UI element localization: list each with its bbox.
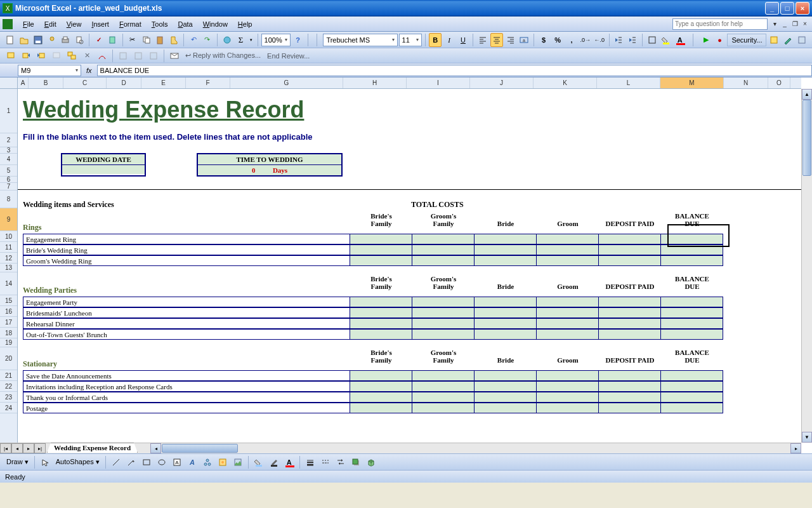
tab-last-button[interactable]: ▸| (34, 443, 46, 453)
item-cell[interactable]: Out-of-Town Guests' Brunch (23, 329, 350, 340)
borders-button[interactable] (646, 33, 658, 47)
percent-button[interactable]: % (551, 33, 564, 47)
show-all-comments-button[interactable] (65, 49, 79, 63)
value-cell[interactable] (412, 234, 475, 244)
value-cell[interactable] (350, 255, 412, 266)
tab-next-button[interactable]: ▸ (23, 443, 34, 453)
help-search-input[interactable] (672, 18, 768, 30)
value-cell[interactable] (661, 403, 723, 413)
value-cell[interactable] (599, 392, 661, 403)
table-row[interactable]: Save the Date Announcements (23, 370, 801, 381)
value-cell[interactable] (475, 234, 537, 244)
help-button[interactable]: ? (292, 33, 304, 47)
sheet-tab[interactable]: Wedding Expense Record (47, 443, 138, 453)
value-cell[interactable] (661, 329, 723, 340)
table-row[interactable]: Bridesmaids' Luncheon (23, 307, 801, 318)
record-macro-button[interactable]: ● (714, 33, 726, 47)
line-style-button[interactable] (303, 455, 317, 469)
value-cell[interactable] (475, 244, 537, 255)
wedding-date-value[interactable] (62, 165, 145, 174)
table-row[interactable]: Groom's Wedding Ring (23, 255, 801, 266)
value-cell[interactable] (661, 370, 723, 381)
show-ink-button[interactable] (95, 49, 109, 63)
save-button[interactable] (32, 33, 44, 47)
print-button[interactable] (60, 33, 72, 47)
item-cell[interactable]: Bridesmaids' Luncheon (23, 307, 350, 318)
item-cell[interactable]: Bride's Wedding Ring (23, 244, 350, 255)
redo-button[interactable]: ↷ (201, 33, 214, 47)
col-header-A[interactable]: A (18, 77, 29, 88)
value-cell[interactable] (412, 244, 475, 255)
bold-button[interactable]: B (429, 33, 442, 47)
diagram-button[interactable] (200, 455, 214, 469)
research-button[interactable] (107, 33, 119, 47)
3d-button[interactable] (364, 455, 378, 469)
row-header-2[interactable]: 2 (0, 133, 17, 147)
row-header-5[interactable]: 5 (0, 165, 17, 177)
col-header-B[interactable]: B (29, 77, 63, 88)
row-header-19[interactable]: 19 (0, 338, 17, 347)
new-comment-button[interactable] (4, 49, 18, 63)
decrease-decimal-button[interactable]: ←.0 (593, 33, 606, 47)
row-header-24[interactable]: 24 (0, 403, 17, 413)
doc-restore-button[interactable]: ❐ (790, 20, 799, 29)
oval-button[interactable] (155, 455, 169, 469)
copy-button[interactable] (140, 33, 153, 47)
arrow-button[interactable] (124, 455, 138, 469)
value-cell[interactable] (599, 318, 661, 329)
arrow-style-button[interactable] (334, 455, 348, 469)
value-cell[interactable] (537, 403, 599, 413)
col-header-I[interactable]: I (407, 77, 470, 88)
row-header-16[interactable]: 16 (0, 306, 17, 317)
col-header-E[interactable]: E (141, 77, 186, 88)
vertical-scroll-thumb[interactable] (802, 100, 811, 176)
line-color-button[interactable] (267, 455, 281, 469)
fill-color-button[interactable] (660, 33, 672, 47)
show-comment-button[interactable] (49, 49, 63, 63)
menu-tools[interactable]: Tools (147, 18, 173, 30)
value-cell[interactable] (475, 403, 537, 413)
value-cell[interactable] (599, 329, 661, 340)
close-button[interactable]: × (796, 2, 809, 15)
value-cell[interactable] (350, 392, 412, 403)
maximize-button[interactable]: □ (780, 2, 794, 15)
draw-menu[interactable]: Draw ▾ (4, 458, 31, 466)
value-cell[interactable] (350, 307, 412, 318)
item-cell[interactable]: Groom's Wedding Ring (23, 255, 350, 266)
menu-data[interactable]: Data (173, 18, 197, 30)
value-cell[interactable] (537, 307, 599, 318)
value-cell[interactable] (350, 403, 412, 413)
menu-edit[interactable]: Edit (39, 18, 62, 30)
merge-center-button[interactable]: a (518, 33, 530, 47)
fx-button[interactable]: fx (81, 67, 97, 74)
textbox-button[interactable]: A (170, 455, 184, 469)
value-cell[interactable] (412, 381, 475, 392)
clipart-button[interactable] (216, 455, 230, 469)
col-header-M[interactable]: M (660, 77, 724, 88)
value-cell[interactable] (350, 370, 412, 381)
horizontal-scroll-thumb[interactable] (162, 444, 238, 453)
row-header-15[interactable]: 15 (0, 295, 17, 306)
value-cell[interactable] (537, 318, 599, 329)
value-cell[interactable] (537, 329, 599, 340)
table-row[interactable]: Invitations including Reception and Resp… (23, 381, 801, 392)
value-cell[interactable] (412, 297, 475, 307)
col-header-J[interactable]: J (470, 77, 534, 88)
align-center-button[interactable] (490, 33, 503, 47)
value-cell[interactable] (661, 255, 723, 266)
value-cell[interactable] (661, 392, 723, 403)
col-header-N[interactable]: N (724, 77, 768, 88)
value-cell[interactable] (599, 244, 661, 255)
font-size-combo[interactable]: 11▾ (399, 34, 422, 46)
value-cell[interactable] (412, 255, 475, 266)
prev-comment-button[interactable] (19, 49, 33, 63)
doc-close-button[interactable]: × (801, 20, 809, 29)
select-objects-button[interactable] (38, 455, 52, 469)
item-cell[interactable]: Save the Date Announcements (23, 370, 350, 381)
value-cell[interactable] (599, 381, 661, 392)
value-cell[interactable] (350, 297, 412, 307)
send-mail-button[interactable] (167, 49, 181, 63)
play-macro-button[interactable]: ▶ (700, 33, 712, 47)
shadow-button[interactable] (349, 455, 363, 469)
value-cell[interactable] (475, 370, 537, 381)
